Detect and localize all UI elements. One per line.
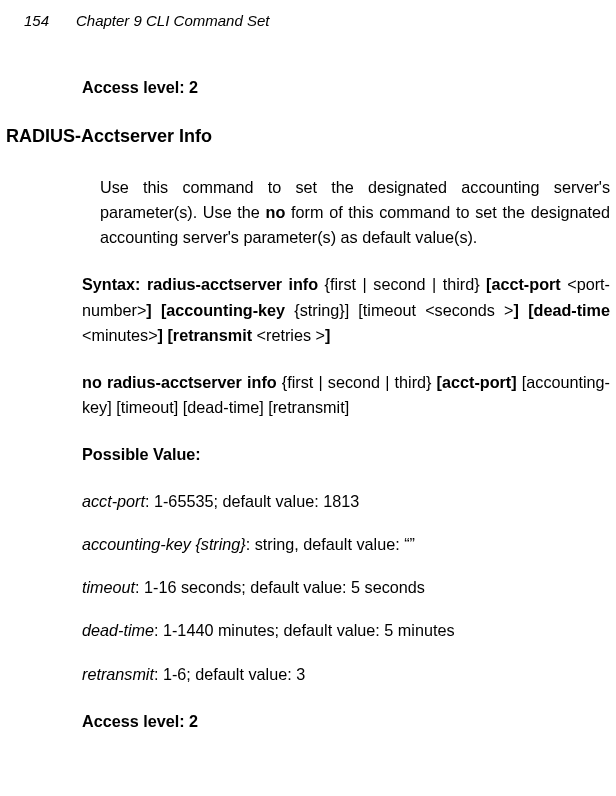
syntax-p1: {first | second | third} <box>318 275 486 293</box>
intro-bold-no: no <box>266 203 286 221</box>
pv-timeout-name: timeout <box>82 578 135 596</box>
syntax-paragraph: Syntax: radius-acctserver info {first | … <box>0 272 616 347</box>
intro-paragraph: Use this command to set the designated a… <box>0 175 616 250</box>
syntax-p3: {string}] [timeout <seconds > <box>285 301 513 319</box>
pv-retransmit-text: : 1-6; default value: 3 <box>154 665 305 683</box>
pv-acct-port-text: : 1-65535; default value: 1813 <box>145 492 359 510</box>
no-form-b2: [acct-port] <box>437 373 517 391</box>
syntax-b6: ] <box>325 326 330 344</box>
chapter-title: Chapter 9 CLI Command Set <box>76 12 269 29</box>
access-level-top: Access level: 2 <box>0 75 616 100</box>
syntax-label: Syntax: radius-acctserver info <box>82 275 318 293</box>
pv-accounting-key-name: accounting-key {string} <box>82 535 246 553</box>
access-level-bottom: Access level: 2 <box>0 709 616 734</box>
syntax-b5: ] [retransmit <box>158 326 252 344</box>
pv-retransmit-name: retransmit <box>82 665 154 683</box>
pv-accounting-key: accounting-key {string}: string, default… <box>0 532 616 557</box>
no-form-b1: no radius-acctserver info <box>82 373 277 391</box>
page-number: 154 <box>24 12 49 29</box>
pv-timeout-text: : 1-16 seconds; default value: 5 seconds <box>135 578 425 596</box>
no-form-p1: {first | second | third} <box>277 373 437 391</box>
pv-retransmit: retransmit: 1-6; default value: 3 <box>0 662 616 687</box>
pv-acct-port-name: acct-port <box>82 492 145 510</box>
pv-dead-time-name: dead-time <box>82 621 154 639</box>
pv-dead-time: dead-time: 1-1440 minutes; default value… <box>0 618 616 643</box>
possible-value-label: Possible Value: <box>0 442 616 467</box>
syntax-b4: ] [dead-time <box>514 301 610 319</box>
syntax-b3: ] [accounting-key <box>146 301 285 319</box>
pv-dead-time-text: : 1-1440 minutes; default value: 5 minut… <box>154 621 455 639</box>
syntax-p5: <retries > <box>252 326 325 344</box>
content-body: Access level: 2 RADIUS-Acctserver Info U… <box>0 45 616 734</box>
pv-timeout: timeout: 1-16 seconds; default value: 5 … <box>0 575 616 600</box>
pv-acct-port: acct-port: 1-65535; default value: 1813 <box>0 489 616 514</box>
section-heading: RADIUS-Acctserver Info <box>0 126 616 147</box>
no-form-paragraph: no radius-acctserver info {first | secon… <box>0 370 616 420</box>
pv-accounting-key-text: : string, default value: “” <box>246 535 415 553</box>
syntax-p4: <minutes> <box>82 326 158 344</box>
page-header: 154 Chapter 9 CLI Command Set <box>0 0 616 45</box>
syntax-b2: [acct-port <box>486 275 561 293</box>
